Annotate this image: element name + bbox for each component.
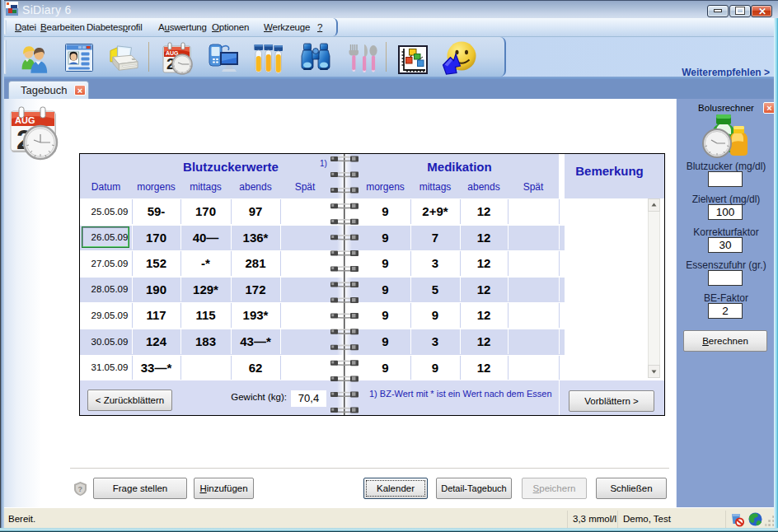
svg-text:?: ?: [78, 485, 83, 493]
